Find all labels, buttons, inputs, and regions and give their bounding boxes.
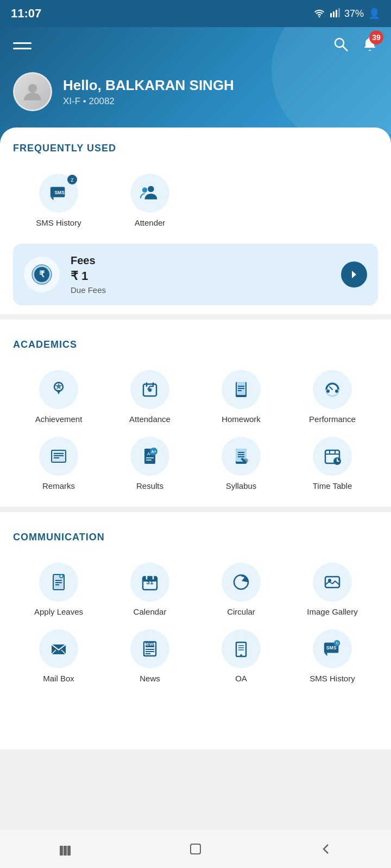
comm-calendar[interactable]: 31 Calendar — [104, 556, 195, 623]
svg-rect-77 — [237, 643, 245, 654]
wifi-icon — [313, 8, 326, 20]
svg-point-29 — [335, 390, 338, 393]
comm-circular[interactable]: Circular — [195, 556, 287, 623]
results-label: Results — [136, 481, 163, 490]
comm-mailbox[interactable]: Mail Box — [13, 623, 104, 690]
frequently-used-section: FREQUENTLY USED SMS z SMS History — [0, 127, 391, 244]
image-gallery-icon — [313, 563, 352, 602]
divider-1 — [0, 314, 391, 320]
academics-homework[interactable]: Homework — [195, 363, 287, 430]
performance-label: Performance — [309, 414, 356, 424]
circular-icon — [222, 563, 261, 602]
avatar — [13, 72, 52, 111]
fees-arrow-button[interactable] — [341, 261, 367, 288]
user-icon-status: 👤 — [368, 8, 380, 20]
oa-label: OA — [235, 674, 247, 683]
results-icon: A+ A+ — [130, 437, 169, 476]
comm-sms-icon-circle: SMS ↻ — [313, 629, 352, 668]
timetable-icon — [313, 437, 352, 476]
svg-point-10 — [148, 186, 154, 192]
achievement-label: Achievement — [35, 414, 83, 424]
frequently-used-row: SMS z SMS History Attender — [13, 167, 378, 238]
svg-text:₹: ₹ — [39, 270, 45, 279]
svg-rect-88 — [67, 846, 71, 856]
attender-icon-circle — [130, 174, 169, 213]
svg-line-6 — [343, 46, 348, 51]
svg-point-11 — [142, 188, 148, 193]
svg-text:NEWS: NEWS — [144, 642, 156, 646]
header-icons: 39 — [332, 36, 378, 56]
home-button[interactable] — [179, 833, 212, 865]
status-bar: 11:07 37% 👤 — [0, 0, 391, 27]
menu-button[interactable] — [13, 42, 31, 49]
academics-timetable[interactable]: Time Table — [287, 430, 378, 497]
freq-sms-history[interactable]: SMS z SMS History — [13, 167, 104, 234]
main-content: FREQUENTLY USED SMS z SMS History — [0, 127, 391, 749]
attendance-label: Attendance — [129, 414, 171, 424]
homework-icon — [222, 370, 261, 409]
user-name: Hello, BALKARAN SINGH — [63, 77, 234, 94]
mailbox-icon — [39, 629, 78, 668]
circular-label: Circular — [227, 607, 255, 616]
achievement-icon — [39, 370, 78, 409]
svg-rect-89 — [191, 844, 200, 854]
communication-grid: Apply Leaves 31 Calendar — [13, 556, 378, 690]
communication-title: COMMUNICATION — [13, 532, 378, 543]
performance-icon — [313, 370, 352, 409]
notification-badge: 39 — [369, 30, 383, 44]
calendar-icon: 31 — [130, 563, 169, 602]
comm-image-gallery[interactable]: Image Gallery — [287, 556, 378, 623]
academics-results[interactable]: A+ A+ Results — [104, 430, 195, 497]
divider-2 — [0, 507, 391, 512]
academics-achievement[interactable]: Achievement — [13, 363, 104, 430]
fees-card[interactable]: ₹ Fees ₹ 1 Due Fees — [13, 244, 378, 305]
svg-point-5 — [335, 39, 344, 47]
svg-rect-35 — [52, 450, 66, 462]
communication-section: COMMUNICATION Apply Leaves — [0, 516, 391, 695]
academics-syllabus[interactable]: Syllabus — [195, 430, 287, 497]
news-icon: NEWS — [130, 629, 169, 668]
comm-sms-history[interactable]: SMS ↻ SMS History — [287, 623, 378, 690]
svg-point-21 — [148, 388, 152, 392]
oa-icon — [222, 629, 261, 668]
search-button[interactable] — [332, 36, 349, 56]
academics-performance[interactable]: Performance — [287, 363, 378, 430]
back-button[interactable] — [310, 833, 342, 865]
header: 39 Hello, BALKARAN SINGH XI-F • 20082 — [0, 27, 391, 144]
attender-label: Attender — [135, 218, 166, 227]
academics-attendance[interactable]: Attendance — [104, 363, 195, 430]
academics-remarks[interactable]: Remarks — [13, 430, 104, 497]
notifications-button[interactable]: 39 — [362, 36, 378, 56]
comm-apply-leaves[interactable]: Apply Leaves — [13, 556, 104, 623]
svg-rect-87 — [64, 846, 67, 856]
svg-rect-86 — [60, 846, 63, 856]
news-label: News — [140, 674, 160, 683]
svg-text:A+: A+ — [151, 450, 156, 454]
svg-rect-67 — [325, 577, 339, 588]
remarks-label: Remarks — [42, 481, 75, 490]
academics-section: ACADEMICS Achievement — [0, 324, 391, 502]
image-gallery-label: Image Gallery — [307, 607, 357, 616]
apply-leaves-icon — [39, 563, 78, 602]
svg-point-28 — [326, 390, 330, 393]
user-text: Hello, BALKARAN SINGH XI-F • 20082 — [63, 77, 234, 107]
svg-rect-3 — [336, 10, 337, 17]
recent-apps-button[interactable] — [49, 833, 81, 865]
svg-point-47 — [244, 458, 248, 463]
svg-rect-2 — [333, 11, 335, 17]
fees-due: Due Fees — [71, 285, 330, 295]
comm-sms-history-label: SMS History — [310, 674, 355, 683]
svg-rect-4 — [338, 8, 340, 17]
sms-history-label: SMS History — [36, 218, 81, 227]
svg-point-0 — [318, 16, 320, 17]
comm-news[interactable]: NEWS News — [104, 623, 195, 690]
remarks-icon — [39, 437, 78, 476]
syllabus-icon — [222, 437, 261, 476]
calendar-label: Calendar — [134, 607, 167, 616]
syllabus-label: Syllabus — [226, 481, 257, 490]
freq-attender[interactable]: Attender — [104, 167, 195, 234]
homework-label: Homework — [222, 414, 261, 424]
comm-oa[interactable]: OA — [195, 623, 287, 690]
timetable-label: Time Table — [313, 481, 352, 490]
academics-title: ACADEMICS — [13, 339, 378, 350]
